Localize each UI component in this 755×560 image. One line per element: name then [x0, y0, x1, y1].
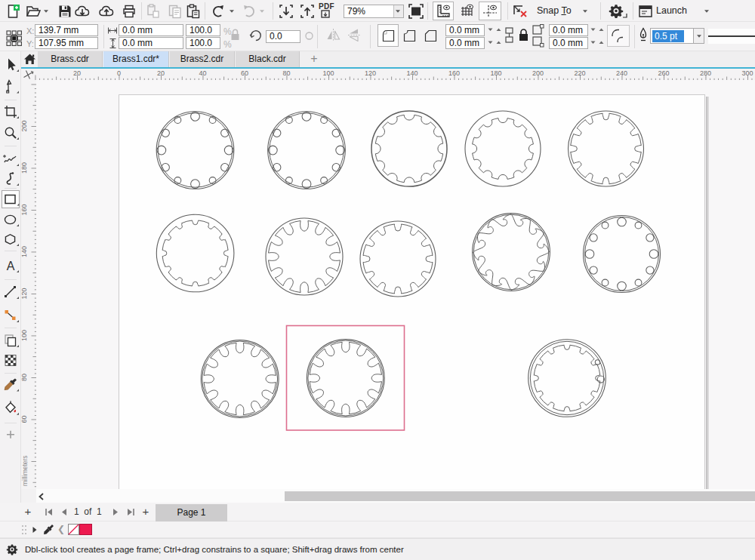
svg-text:220: 220 [574, 69, 585, 77]
svg-text:80: 80 [21, 374, 28, 381]
svg-text:A: A [7, 260, 15, 272]
svg-text:200: 200 [21, 120, 28, 131]
svg-text:0: 0 [117, 69, 121, 77]
svg-text:80: 80 [282, 69, 290, 77]
svg-text:260: 260 [658, 69, 669, 77]
svg-text:100: 100 [322, 69, 334, 77]
svg-text:millimeters: millimeters [21, 455, 29, 486]
svg-text:280: 280 [700, 69, 711, 77]
svg-text:20: 20 [73, 69, 81, 77]
svg-text:140: 140 [21, 246, 28, 257]
svg-text:180: 180 [21, 162, 28, 174]
svg-text:60: 60 [21, 415, 28, 423]
svg-text:200: 200 [532, 69, 544, 77]
svg-text:40: 40 [199, 69, 206, 77]
svg-text:100: 100 [21, 330, 28, 341]
svg-text:20: 20 [157, 69, 165, 77]
svg-text:120: 120 [21, 288, 28, 299]
svg-text:160: 160 [21, 204, 28, 215]
svg-text:240: 240 [616, 69, 627, 77]
svg-text:120: 120 [365, 69, 376, 77]
svg-text:300: 300 [741, 69, 753, 77]
svg-text:160: 160 [448, 69, 460, 77]
svg-text:140: 140 [406, 69, 418, 77]
svg-text:60: 60 [241, 69, 248, 77]
svg-text:180: 180 [490, 69, 501, 77]
